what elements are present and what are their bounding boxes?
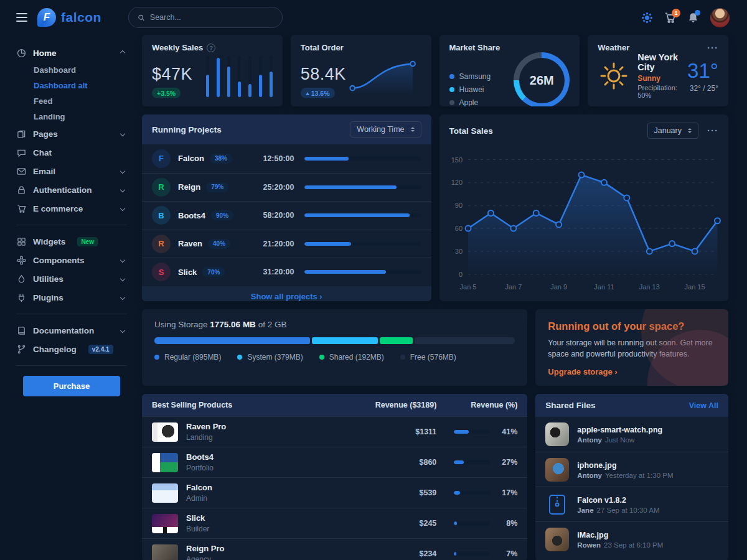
file-row-imac-jpg: iMac.jpgRowen23 Sep at 6:10 PM [535, 521, 728, 556]
weekly-sales-bar [227, 56, 230, 97]
legend-dot [237, 355, 242, 360]
weekly-sales-bar [217, 56, 220, 97]
weather-range: 32° / 25° [687, 84, 718, 93]
upgrade-storage-link[interactable]: Upgrade storage › [548, 367, 617, 376]
product-category: Admin [186, 494, 212, 503]
product-progress-bar [454, 430, 490, 434]
sidebar-item-changelog[interactable]: Changelogv2.4.1 [16, 340, 127, 358]
search-box[interactable] [128, 7, 283, 28]
search-icon [138, 14, 145, 22]
total-sales-card: Total Sales January ··· 0306090120150Jan… [439, 114, 729, 301]
select-caret-icon [411, 127, 415, 132]
settings-gear-icon[interactable] [641, 12, 653, 24]
brand-area: F falcon [0, 8, 128, 27]
working-time-select[interactable]: Working Time [350, 121, 421, 138]
legend-dot [400, 355, 405, 360]
view-all-files-link[interactable]: View All [689, 401, 718, 410]
total-order-value: 58.4K [301, 65, 346, 84]
file-name-link[interactable]: iMac.jpg [577, 531, 608, 539]
market-share-title: Market Share [449, 43, 500, 52]
product-name-link[interactable]: Raven Pro [186, 422, 226, 431]
product-rows: Raven ProLanding$131141%Boots4Portfolio$… [142, 416, 527, 560]
weekly-sales-bar [259, 56, 262, 97]
cart-icon[interactable]: 1 [664, 12, 676, 24]
file-thumbnail [545, 458, 569, 482]
total-sales-title: Total Sales [449, 126, 493, 136]
revenue-pct-column-header: Revenue (%) [436, 401, 517, 409]
sidebar-item-widgets[interactable]: WidgetsNew [16, 232, 127, 251]
caret-up-icon [306, 90, 309, 95]
sidebar-item-email[interactable]: Email [16, 162, 127, 180]
sidebar-item-label: Widgets [33, 237, 65, 246]
sidebar-item-utilities[interactable]: Utilities [16, 269, 127, 288]
search-input[interactable] [150, 13, 273, 22]
sidebar-item-label: Components [33, 256, 85, 265]
project-percent-badge: 79% [206, 182, 228, 192]
total-sales-chart-area: 0306090120150Jan 5Jan 7Jan 9Jan 11Jan 13… [439, 141, 729, 300]
weather-menu-dots-icon[interactable]: ··· [707, 45, 718, 50]
product-category: Agency [186, 555, 224, 560]
project-name: Boots4 [178, 211, 205, 220]
file-name-link[interactable]: apple-smart-watch.png [577, 426, 662, 434]
show-all-projects-link[interactable]: Show all projects › [251, 292, 322, 301]
sidebar-item-landing[interactable]: Landing [34, 109, 127, 124]
sidebar-item-feed[interactable]: Feed [34, 93, 127, 109]
project-percent-badge: 90% [211, 210, 233, 220]
sidebar-badge: New [77, 237, 98, 246]
purchase-button[interactable]: Purchase [23, 376, 120, 396]
storage-legend-item: System (379MB) [237, 353, 303, 362]
total-sales-menu-dots-icon[interactable]: ··· [707, 128, 718, 133]
legend-item-huawei: Huawei [449, 85, 491, 94]
legend-dot [319, 355, 324, 360]
cart-count-badge: 1 [672, 9, 680, 17]
falcon-logo[interactable]: F falcon [37, 8, 101, 27]
running-projects-title: Running Projects [152, 125, 222, 134]
info-icon[interactable]: ? [207, 44, 215, 52]
sidebar-nav: HomeDashboardDashboard altFeedLandingPag… [16, 44, 127, 358]
sidebar-item-pages[interactable]: Pages [16, 124, 127, 143]
svg-text:150: 150 [451, 156, 462, 164]
sidebar-item-authentication[interactable]: Authentication [16, 180, 127, 199]
sidebar-item-documentation[interactable]: Documentation [16, 321, 127, 340]
lock-icon [16, 185, 26, 195]
notifications-bell-icon[interactable] [687, 12, 699, 24]
docs-icon [16, 325, 26, 335]
file-name-link[interactable]: iphone.jpg [577, 461, 616, 470]
sidebar-badge: v2.4.1 [88, 345, 113, 354]
sidebar-item-dashboard[interactable]: Dashboard [34, 62, 127, 78]
project-progress-bar [304, 270, 421, 274]
sidebar-item-chat[interactable]: Chat [16, 143, 127, 162]
chevron-down-icon [120, 258, 125, 263]
weather-precipitation: Precipitation: 50% [637, 84, 680, 99]
product-revenue: $539 [368, 488, 436, 497]
user-avatar[interactable] [710, 8, 730, 27]
product-name-link[interactable]: Boots4 [186, 452, 214, 462]
menu-toggle-button[interactable] [16, 13, 27, 22]
svg-text:30: 30 [454, 248, 462, 255]
product-name-link[interactable]: Reign Pro [186, 544, 224, 553]
top-navbar: F falcon 1 [0, 0, 747, 35]
product-revenue: $234 [368, 549, 436, 558]
product-row-reign-pro: Reign ProAgency$2347% [142, 538, 527, 560]
file-owner: Rowen [577, 541, 601, 549]
sidebar-item-e-commerce[interactable]: E commerce [16, 199, 127, 218]
storage-segment-system [312, 337, 378, 344]
chart-pie-icon [16, 48, 26, 58]
product-name-link[interactable]: Slick [186, 513, 205, 523]
file-name-link[interactable]: Falcon v1.8.2 [577, 496, 626, 505]
sidebar-item-dashboard-alt[interactable]: Dashboard alt [34, 78, 127, 93]
project-progress-bar [304, 242, 421, 246]
svg-text:Jan 7: Jan 7 [505, 283, 522, 291]
weekly-sales-value: $47K [152, 65, 192, 84]
product-percent: 41% [497, 427, 517, 436]
sidebar-item-home[interactable]: Home [16, 44, 127, 62]
month-select[interactable]: January [647, 123, 698, 139]
legend-dot [449, 100, 454, 105]
project-time: 12:50:00 [263, 154, 294, 163]
legend-dot [449, 87, 454, 92]
product-name-link[interactable]: Falcon [186, 483, 212, 492]
sidebar-item-plugins[interactable]: Plugins [16, 288, 127, 307]
sidebar-divider [16, 314, 127, 314]
sidebar-item-components[interactable]: Components [16, 251, 127, 269]
falcon-logo-text: falcon [61, 10, 101, 25]
